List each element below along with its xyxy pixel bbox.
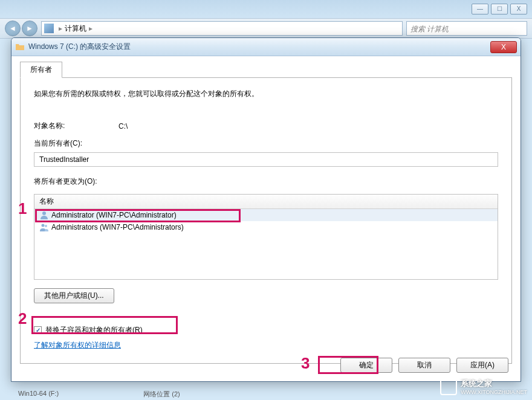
group-icon	[39, 222, 49, 232]
folder-icon	[15, 42, 25, 52]
other-users-button[interactable]: 其他用户或组(U)...	[34, 288, 114, 303]
breadcrumb-separator: ▸	[86, 24, 95, 33]
current-owner-label: 当前所有者(C):	[34, 138, 118, 149]
computer-icon	[44, 24, 54, 33]
owner-list[interactable]: 名称 Administrator (WIN7-PC\Administrator)…	[34, 194, 498, 280]
svg-point-1	[42, 224, 45, 227]
bg-nav-bar: ◄ ► ▸ 计算机 ▸ 搜索 计算机	[0, 18, 532, 39]
status-bar: Win10-64 (F:) 网络位置 (2)	[18, 390, 180, 399]
breadcrumb[interactable]: ▸ 计算机 ▸	[41, 21, 403, 36]
list-item-label: Administrators (WIN7-PC\Administrators)	[51, 223, 184, 231]
ok-button[interactable]: 确定	[340, 358, 392, 373]
cancel-button[interactable]: 取消	[398, 358, 450, 373]
info-text: 如果您有所需的权限或特权，您就可以取得或分配这个对象的所有权。	[34, 89, 498, 99]
svg-point-0	[42, 211, 46, 215]
bg-titlebar: — ☐ X	[0, 0, 532, 18]
change-owner-label: 将所有者更改为(O):	[34, 176, 97, 187]
dialog-body: 所有者 如果您有所需的权限或特权，您就可以取得或分配这个对象的所有权。 对象名称…	[11, 56, 521, 381]
tab-owner[interactable]: 所有者	[20, 62, 62, 78]
watermark-text: 系统之家	[461, 378, 527, 389]
object-name-label: 对象名称:	[34, 121, 118, 131]
bg-maximize-button[interactable]: ☐	[491, 4, 508, 15]
tab-panel: 如果您有所需的权限或特权，您就可以取得或分配这个对象的所有权。 对象名称: C:…	[20, 77, 512, 364]
search-input[interactable]: 搜索 计算机	[406, 21, 527, 36]
nav-forward-button[interactable]: ►	[22, 21, 37, 36]
breadcrumb-separator: ▸	[56, 24, 65, 33]
apply-button[interactable]: 应用(A)	[456, 358, 508, 373]
nav-back-button[interactable]: ◄	[5, 21, 21, 36]
replace-owner-label[interactable]: 替换子容器和对象的所有者(R)	[45, 325, 143, 335]
watermark: 系统之家 WWW.XITONGZHIJIA.NET	[440, 378, 527, 395]
status-item: Win10-64 (F:)	[18, 390, 59, 399]
list-item-label: Administrator (WIN7-PC\Administrator)	[51, 211, 177, 219]
dialog-close-button[interactable]: X	[490, 41, 517, 53]
replace-owner-checkbox[interactable]	[34, 326, 42, 334]
status-item: 网络位置 (2)	[143, 390, 180, 399]
list-item[interactable]: Administrators (WIN7-PC\Administrators)	[34, 221, 498, 233]
bg-minimize-button[interactable]: —	[472, 4, 488, 15]
annotation-3: 3	[301, 354, 310, 373]
watermark-logo-icon	[440, 378, 457, 395]
list-header-name[interactable]: 名称	[34, 195, 498, 209]
user-icon	[39, 210, 49, 220]
dialog-titlebar[interactable]: Windows 7 (C:) 的高级安全设置 X	[11, 38, 521, 56]
annotation-2: 2	[18, 309, 27, 328]
current-owner-value: TrustedInstaller	[34, 152, 498, 167]
bg-close-button[interactable]: X	[510, 4, 527, 15]
svg-point-2	[45, 225, 47, 227]
breadcrumb-item[interactable]: 计算机	[65, 24, 86, 34]
dialog-button-bar: 确定 取消 应用(A)	[340, 358, 508, 373]
watermark-url: WWW.XITONGZHIJIA.NET	[461, 389, 527, 395]
learn-more-link[interactable]: 了解对象所有权的详细信息	[34, 340, 498, 350]
list-item[interactable]: Administrator (WIN7-PC\Administrator)	[34, 209, 498, 221]
annotation-1: 1	[18, 199, 27, 218]
advanced-security-dialog: Windows 7 (C:) 的高级安全设置 X 所有者 如果您有所需的权限或特…	[11, 37, 521, 382]
dialog-title: Windows 7 (C:) 的高级安全设置	[28, 42, 490, 52]
object-name-value: C:\	[118, 122, 128, 131]
